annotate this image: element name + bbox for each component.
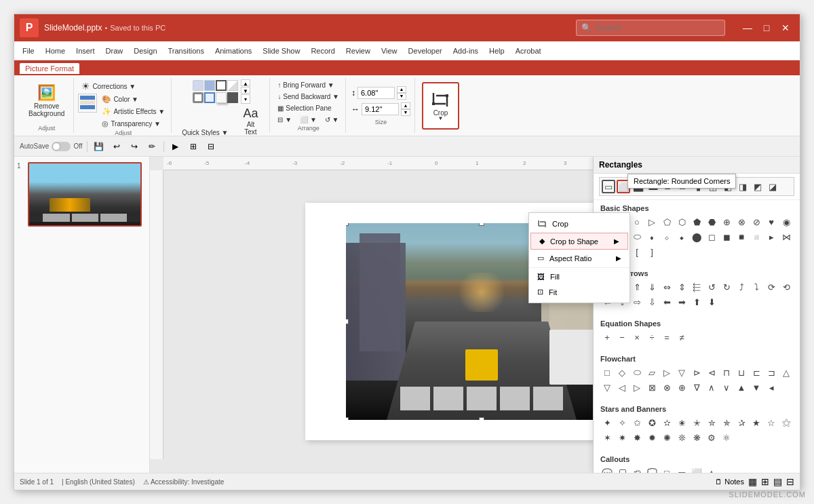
crop-button[interactable]: Crop ▼ <box>422 82 459 130</box>
ba-21[interactable]: ⬇ <box>705 295 718 309</box>
bs-17[interactable]: ⬧ <box>645 230 659 244</box>
bs-19[interactable]: ⬥ <box>675 230 689 244</box>
co-8[interactable]: ◭ <box>705 466 718 473</box>
save-button[interactable]: 💾 <box>92 139 106 154</box>
sb-12[interactable]: ☆ <box>764 416 778 429</box>
fc-17[interactable]: ⊠ <box>645 381 659 394</box>
bs-12[interactable]: ♥ <box>764 215 778 229</box>
bs-26[interactable]: ⋈ <box>779 230 793 244</box>
fc-2[interactable]: ◇ <box>615 366 629 379</box>
shape-10[interactable]: ◨ <box>736 180 750 193</box>
menu-record[interactable]: Record <box>305 44 340 58</box>
fc-23[interactable]: ▲ <box>735 381 748 394</box>
fc-4[interactable]: ▱ <box>645 366 659 379</box>
style-3[interactable] <box>216 80 227 91</box>
fc-9[interactable]: ⊓ <box>720 366 733 379</box>
from-start-button[interactable]: ⊞ <box>186 139 201 154</box>
co-2[interactable]: 🗨 <box>615 466 629 473</box>
grid-button[interactable]: ⊟ <box>204 139 218 154</box>
selection-pane-button[interactable]: ▦ Selection Pane <box>274 103 343 113</box>
eq-3[interactable]: × <box>630 330 644 344</box>
color-button[interactable]: 🎨 Color ▼ <box>98 94 168 105</box>
reading-view-button[interactable]: ▤ <box>773 476 782 487</box>
corrections-button[interactable]: ☀ Corrections ▼ <box>78 79 168 93</box>
eq-6[interactable]: ≠ <box>675 330 689 344</box>
ba-19[interactable]: ➡ <box>675 295 689 309</box>
sb-22[interactable]: ⚛ <box>720 431 733 444</box>
crop-menu-fill[interactable]: 🖼 Fill <box>529 269 629 284</box>
slideshow-button[interactable]: ⊟ <box>786 476 794 487</box>
styles-more[interactable]: ▾ <box>241 94 250 104</box>
sb-3[interactable]: ✩ <box>630 416 644 429</box>
search-input[interactable] <box>576 20 725 36</box>
bs-8[interactable]: ⬣ <box>705 215 718 229</box>
ba-20[interactable]: ⬆ <box>690 295 703 309</box>
bs-11[interactable]: ⊘ <box>750 215 763 229</box>
transparency-button[interactable]: ◎ Transparency ▼ <box>98 118 168 130</box>
width-up[interactable]: ▲ <box>401 102 410 109</box>
menu-slideshow[interactable]: Slide Show <box>257 44 305 58</box>
fc-1[interactable]: □ <box>600 366 614 379</box>
ba-4[interactable]: ⇓ <box>645 280 659 294</box>
alt-text-button[interactable]: Aa AltText <box>237 104 264 136</box>
sb-4[interactable]: ✪ <box>645 416 659 429</box>
bs-20[interactable]: ⬤ <box>690 230 703 244</box>
bs-25[interactable]: ▸ <box>764 230 778 244</box>
send-backward-button[interactable]: ↓ Send Backward ▼ <box>274 92 343 102</box>
bs-24[interactable]: ◽ <box>750 230 763 244</box>
sb-11[interactable]: ★ <box>750 416 763 429</box>
sb-2[interactable]: ✧ <box>615 416 629 429</box>
style-2[interactable] <box>204 80 215 91</box>
width-down[interactable]: ▼ <box>401 109 410 116</box>
menu-view[interactable]: View <box>376 44 403 58</box>
bs-9[interactable]: ⊕ <box>720 215 733 229</box>
ba-9[interactable]: ↻ <box>720 280 733 294</box>
rotate-button[interactable]: ↺ ▼ <box>322 115 343 125</box>
crop-handle-tc[interactable] <box>479 223 484 226</box>
fc-16[interactable]: ▷ <box>630 381 644 394</box>
group-button[interactable]: ⬜ ▼ <box>296 115 320 125</box>
sb-16[interactable]: ✸ <box>630 431 644 444</box>
eq-5[interactable]: = <box>660 330 674 344</box>
sb-1[interactable]: ✦ <box>600 416 614 429</box>
ba-8[interactable]: ↺ <box>705 280 718 294</box>
crop-handle-tl[interactable] <box>346 223 349 226</box>
crop-menu-to-shape[interactable]: ◆ Crop to Shape ▶ <box>530 233 628 250</box>
crop-handle-bl[interactable] <box>346 417 349 420</box>
height-down[interactable]: ▼ <box>397 93 406 100</box>
bs-10[interactable]: ⊗ <box>735 215 748 229</box>
style-1[interactable] <box>193 80 204 91</box>
bs-18[interactable]: ⬦ <box>660 230 674 244</box>
normal-view-button[interactable]: ▦ <box>748 476 757 487</box>
bs-22[interactable]: ◼ <box>720 230 733 244</box>
bs-30[interactable]: ] <box>645 245 659 258</box>
fc-12[interactable]: ⊐ <box>764 366 778 379</box>
co-3[interactable]: 🗯 <box>630 466 644 473</box>
sb-18[interactable]: ✺ <box>660 431 674 444</box>
ba-17[interactable]: ⇩ <box>645 295 659 309</box>
maximize-button[interactable]: □ <box>758 19 775 37</box>
ba-10[interactable]: ⤴ <box>735 280 748 294</box>
sb-17[interactable]: ✹ <box>645 431 659 444</box>
sb-8[interactable]: ✮ <box>705 416 718 429</box>
fc-18[interactable]: ⊗ <box>660 381 674 394</box>
sb-5[interactable]: ✫ <box>660 416 674 429</box>
bs-13[interactable]: ◉ <box>779 215 793 229</box>
bs-3[interactable]: ○ <box>630 215 644 229</box>
sb-6[interactable]: ✬ <box>675 416 689 429</box>
style-7[interactable] <box>216 92 227 103</box>
sb-7[interactable]: ✭ <box>690 416 703 429</box>
bs-29[interactable]: [ <box>630 245 644 258</box>
crop-menu-fit[interactable]: ⊡ Fit <box>529 284 629 300</box>
ba-12[interactable]: ⟳ <box>764 280 778 294</box>
bring-forward-button[interactable]: ↑ Bring Forward ▼ <box>274 80 343 90</box>
fc-14[interactable]: ▽ <box>600 381 614 394</box>
co-6[interactable]: ▭ <box>675 466 689 473</box>
picture-style-preview[interactable] <box>78 94 97 113</box>
touch-button[interactable]: ✏ <box>144 139 159 154</box>
ba-18[interactable]: ⬅ <box>660 295 674 309</box>
undo-button[interactable]: ↩ <box>109 139 124 154</box>
menu-insert[interactable]: Insert <box>71 44 100 58</box>
menu-developer[interactable]: Developer <box>403 44 448 58</box>
menu-animations[interactable]: Animations <box>210 44 257 58</box>
